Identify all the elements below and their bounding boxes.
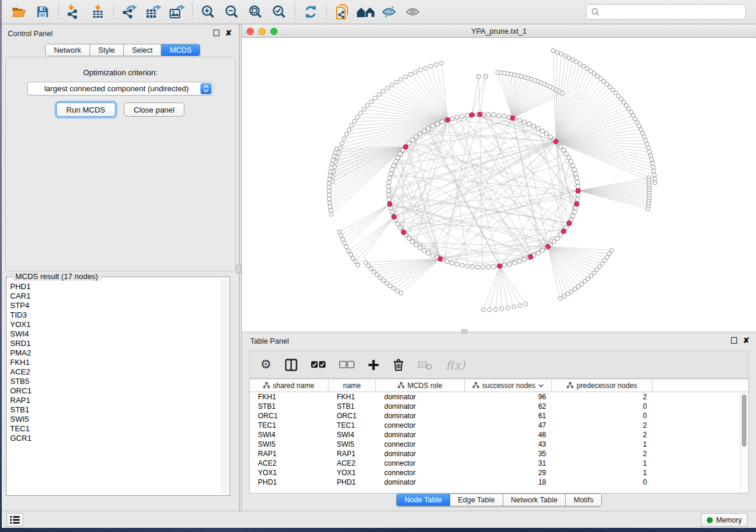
create-column-icon[interactable] (368, 359, 379, 371)
footer-tab-motifs[interactable]: Motifs (566, 494, 601, 506)
table-scrollbar[interactable] (740, 393, 748, 492)
cell-predecessor-nodes[interactable]: 1 (552, 468, 653, 477)
export-table-icon[interactable] (141, 2, 165, 22)
close-table-panel-icon[interactable]: ✘ (743, 337, 749, 344)
cell-shared-name[interactable]: ACE2 (250, 459, 328, 468)
cell-successor-nodes[interactable]: 62 (465, 402, 552, 411)
cell-name[interactable]: PHD1 (328, 477, 376, 487)
footer-tab-edge-table[interactable]: Edge Table (450, 494, 503, 506)
cell-predecessor-nodes[interactable]: 1 (552, 440, 653, 449)
tab-style[interactable]: Style (90, 44, 124, 56)
memory-button[interactable]: Memory (701, 513, 748, 527)
table-row-ACE2[interactable]: ACE2ACE2connector311 (250, 459, 748, 468)
mcds-result-item[interactable]: SRD1 (10, 339, 219, 348)
mcds-result-item[interactable]: FKH1 (10, 358, 219, 367)
cell-shared-name[interactable]: SWI5 (250, 440, 328, 449)
save-session-icon[interactable] (31, 2, 55, 22)
mcds-result-item[interactable]: SWI5 (10, 415, 219, 424)
close-panel-icon[interactable]: ✘ (225, 30, 232, 36)
run-mcds-button[interactable]: Run MCDS (56, 102, 116, 117)
cell-shared-name[interactable]: PHD1 (250, 477, 328, 487)
mcds-list-scrollbar[interactable] (221, 279, 228, 493)
cell-successor-nodes[interactable]: 18 (465, 477, 552, 487)
cell-name[interactable]: RAP1 (328, 449, 376, 459)
cell-successor-nodes[interactable]: 47 (465, 421, 552, 430)
global-search[interactable] (586, 4, 746, 20)
mcds-result-item[interactable]: STB5 (10, 377, 219, 386)
open-session-icon[interactable] (7, 2, 31, 22)
table-row-FKH1[interactable]: FKH1FKH1dominator962 (250, 392, 748, 402)
panel-menu-button[interactable] (7, 513, 23, 527)
float-panel-icon[interactable] (213, 30, 219, 36)
criterion-dropdown[interactable]: largest connected component (undirected) (27, 82, 213, 95)
mcds-result-item[interactable]: RAP1 (10, 396, 219, 405)
cell-successor-nodes[interactable]: 35 (465, 449, 552, 459)
cell-shared-name[interactable]: ORC1 (250, 411, 328, 421)
cell-mcds-role[interactable]: dominator (376, 411, 465, 421)
cell-predecessor-nodes[interactable]: 0 (552, 477, 653, 487)
cell-name[interactable]: SWI4 (328, 430, 376, 440)
mcds-result-item[interactable]: ORC1 (10, 386, 219, 396)
cell-mcds-role[interactable]: dominator (376, 392, 465, 402)
column-header-name[interactable]: name (328, 379, 376, 392)
refresh-icon[interactable] (299, 2, 323, 22)
select-all-icon[interactable] (311, 361, 326, 368)
tab-network[interactable]: Network (46, 44, 90, 56)
export-image-icon[interactable] (165, 2, 189, 22)
mcds-result-item[interactable]: TID3 (10, 310, 219, 320)
column-header-MCDS-role[interactable]: MCDS role (376, 379, 465, 392)
cell-mcds-role[interactable]: dominator (376, 430, 465, 440)
zoom-out-icon[interactable] (220, 2, 244, 22)
function-builder-icon[interactable]: f(x) (446, 358, 465, 371)
mcds-result-item[interactable]: ACE2 (10, 367, 219, 377)
deselect-all-icon[interactable] (339, 361, 355, 368)
hide-selected-icon[interactable] (378, 2, 401, 22)
cell-shared-name[interactable]: RAP1 (250, 449, 328, 459)
cell-predecessor-nodes[interactable]: 0 (552, 402, 653, 411)
cell-shared-name[interactable]: FKH1 (250, 392, 328, 402)
column-header-predecessor-nodes[interactable]: predecessor nodes (552, 379, 653, 392)
show-all-icon[interactable] (354, 2, 378, 22)
cell-successor-nodes[interactable]: 31 (465, 459, 552, 468)
splitter-grab-handle[interactable] (236, 265, 241, 273)
cell-name[interactable]: FKH1 (328, 392, 376, 402)
cell-shared-name[interactable]: STB1 (250, 402, 328, 411)
cell-mcds-role[interactable]: connector (376, 468, 465, 477)
cell-shared-name[interactable]: TEC1 (250, 421, 328, 430)
table-row-TEC1[interactable]: TEC1TEC1connector472 (250, 421, 748, 430)
mcds-result-item[interactable]: SWI4 (10, 329, 219, 339)
column-header-successor-nodes[interactable]: successor nodes (465, 379, 552, 392)
cell-mcds-role[interactable]: connector (376, 459, 465, 468)
cell-predecessor-nodes[interactable]: 2 (552, 392, 653, 402)
cell-name[interactable]: YOX1 (328, 468, 376, 477)
cell-mcds-role[interactable]: dominator (376, 449, 465, 459)
cell-mcds-role[interactable]: dominator (376, 477, 465, 487)
cell-predecessor-nodes[interactable]: 2 (552, 430, 653, 440)
table-row-SWI5[interactable]: SWI5SWI5connector431 (250, 440, 748, 449)
cell-name[interactable]: ACE2 (328, 459, 376, 468)
cell-mcds-role[interactable]: dominator (376, 402, 465, 411)
mcds-result-item[interactable]: TEC1 (10, 424, 219, 434)
show-selected-icon[interactable] (401, 2, 425, 22)
footer-tab-node-table[interactable]: Node Table (397, 494, 450, 506)
cell-successor-nodes[interactable]: 29 (465, 468, 552, 477)
mcds-result-item[interactable]: YOX1 (10, 320, 219, 329)
cell-shared-name[interactable]: YOX1 (250, 468, 328, 477)
network-graph[interactable] (242, 38, 756, 332)
table-row-SWI4[interactable]: SWI4SWI4dominator462 (250, 430, 748, 440)
cell-shared-name[interactable]: SWI4 (250, 430, 328, 440)
mcds-result-item[interactable]: GCR1 (10, 434, 219, 443)
zoom-fit-icon[interactable] (244, 2, 267, 22)
cell-predecessor-nodes[interactable]: 0 (552, 411, 653, 421)
mcds-result-item[interactable]: STP4 (10, 301, 219, 310)
zoom-selected-icon[interactable] (267, 2, 291, 22)
cell-successor-nodes[interactable]: 46 (465, 430, 552, 440)
import-network-icon[interactable] (62, 2, 86, 22)
mcds-result-item[interactable]: STB1 (10, 405, 219, 415)
close-panel-button[interactable]: Close panel (124, 102, 185, 117)
cell-successor-nodes[interactable]: 96 (465, 392, 552, 402)
delete-column-icon[interactable] (393, 358, 404, 371)
mcds-result-list[interactable]: PHD1CAR1STP4TID3YOX1SWI4SRD1PMA2FKH1ACE2… (10, 282, 219, 492)
cell-mcds-role[interactable]: connector (376, 440, 465, 449)
new-network-from-file-icon[interactable] (330, 2, 354, 22)
